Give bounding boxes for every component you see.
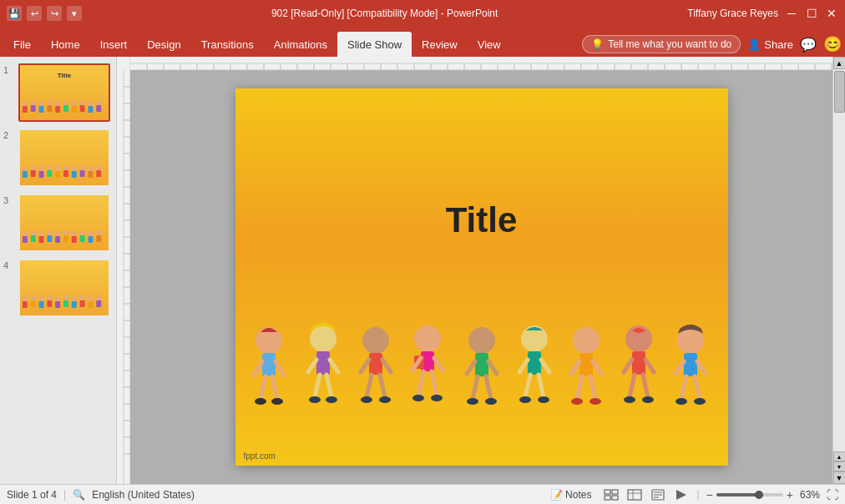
customize-icon[interactable]: ▾ (67, 6, 82, 21)
slides-panel: 1 Title 2 (0, 57, 117, 484)
svg-point-210 (624, 396, 635, 403)
svg-rect-59 (96, 235, 101, 242)
notes-button[interactable]: 📝 Notes (545, 489, 596, 501)
normal-view-button[interactable] (603, 488, 620, 501)
close-button[interactable]: ✕ (825, 7, 838, 20)
scroll-page-down[interactable]: ▼ (833, 461, 846, 471)
svg-line-158 (330, 360, 338, 372)
svg-rect-33 (47, 170, 52, 177)
tab-slideshow[interactable]: Slide Show (337, 32, 412, 57)
svg-rect-38 (88, 171, 93, 178)
svg-rect-51 (31, 235, 36, 242)
fit-to-window-button[interactable]: ⛶ (827, 488, 838, 501)
slide-item-4[interactable]: 4 (3, 259, 113, 317)
svg-line-192 (525, 375, 530, 397)
svg-line-151 (261, 376, 266, 399)
scroll-down-button[interactable]: ▼ (833, 471, 846, 484)
svg-line-150 (276, 361, 284, 375)
zoom-percent[interactable]: 63% (800, 489, 820, 501)
svg-rect-57 (80, 235, 85, 242)
emoji-button[interactable]: 😊 (823, 35, 842, 53)
tab-transitions[interactable]: Transitions (191, 32, 264, 57)
slide-main[interactable]: Title (235, 88, 728, 466)
ruler-left (117, 57, 130, 484)
svg-point-180 (468, 327, 495, 354)
tab-animations[interactable]: Animations (264, 32, 337, 57)
tab-view[interactable]: View (468, 32, 511, 57)
undo-icon[interactable]: ↩ (27, 6, 42, 21)
tell-me-input[interactable]: 💡 Tell me what you want to do (582, 35, 741, 53)
svg-line-149 (254, 361, 262, 375)
slide-thumb-2[interactable] (18, 129, 110, 187)
svg-rect-14 (55, 106, 60, 113)
svg-point-219 (694, 398, 706, 405)
share-icon: 👤 (747, 38, 761, 51)
svg-line-177 (432, 371, 437, 396)
svg-point-23 (47, 165, 52, 170)
svg-rect-156 (316, 351, 330, 375)
svg-point-27 (80, 165, 85, 170)
save-icon[interactable]: 💾 (7, 6, 22, 21)
slide-item-3[interactable]: 3 (3, 194, 113, 252)
slide-number-1: 1 (3, 63, 15, 75)
svg-rect-148 (262, 353, 276, 376)
slide-sorter-button[interactable] (626, 488, 643, 501)
tab-review[interactable]: Review (412, 32, 468, 57)
scroll-page-up[interactable]: ▲ (833, 451, 846, 461)
svg-line-207 (645, 360, 654, 372)
zoom-minus-button[interactable]: − (706, 488, 713, 501)
restore-button[interactable]: ☐ (805, 7, 818, 20)
zoom-plus-button[interactable]: + (787, 488, 793, 501)
svg-point-195 (538, 396, 549, 403)
comments-button[interactable]: 💬 (800, 37, 817, 53)
svg-point-154 (271, 398, 283, 405)
svg-line-209 (643, 375, 648, 397)
svg-line-185 (486, 376, 491, 399)
share-button[interactable]: 👤 Share (747, 38, 793, 51)
tab-home[interactable]: Home (41, 32, 90, 57)
svg-point-29 (96, 165, 101, 170)
tab-insert[interactable]: Insert (90, 32, 138, 57)
svg-point-28 (88, 166, 93, 171)
svg-point-64 (55, 296, 60, 301)
svg-line-176 (418, 371, 423, 396)
svg-line-165 (361, 360, 369, 372)
svg-point-25 (63, 165, 68, 170)
svg-rect-56 (72, 236, 77, 243)
scroll-thumb[interactable] (834, 71, 845, 113)
svg-rect-15 (63, 105, 68, 112)
tell-me-label: Tell me what you want to do (608, 38, 731, 50)
svg-rect-181 (475, 353, 488, 376)
status-right: 📝 Notes | − + 63% ⛶ (545, 488, 838, 501)
zoom-handle[interactable] (755, 491, 763, 499)
svg-point-186 (467, 398, 478, 405)
scroll-up-button[interactable]: ▲ (833, 57, 846, 69)
svg-point-155 (310, 325, 336, 352)
slide-thumb-3[interactable] (18, 194, 110, 252)
svg-point-5 (63, 100, 68, 105)
svg-rect-76 (72, 301, 77, 308)
svg-rect-37 (80, 170, 85, 177)
svg-rect-164 (369, 353, 382, 375)
svg-rect-54 (55, 236, 60, 243)
slideshow-button[interactable] (673, 488, 690, 501)
svg-point-178 (412, 395, 424, 401)
svg-line-157 (308, 360, 316, 372)
slide-thumb-4[interactable] (18, 259, 110, 317)
slide-item-1[interactable]: 1 Title (3, 63, 113, 122)
minimize-button[interactable]: ─ (785, 7, 798, 20)
reading-view-button[interactable] (650, 488, 666, 501)
svg-rect-224 (628, 490, 641, 500)
svg-rect-17 (80, 105, 85, 112)
scroll-track[interactable] (833, 69, 845, 451)
main-area: 1 Title 2 (0, 57, 845, 484)
title-bar-right: Tiffany Grace Reyes ─ ☐ ✕ (687, 7, 838, 20)
tab-design[interactable]: Design (137, 32, 190, 57)
slide-item-2[interactable]: 2 (3, 129, 113, 187)
slide-thumb-1[interactable]: Title (18, 63, 110, 122)
tab-file[interactable]: File (3, 32, 41, 57)
status-left: Slide 1 of 4 | 🔍 English (United States) (7, 489, 195, 501)
svg-rect-77 (80, 300, 85, 307)
zoom-track[interactable] (716, 493, 783, 496)
redo-icon[interactable]: ↪ (47, 6, 62, 21)
